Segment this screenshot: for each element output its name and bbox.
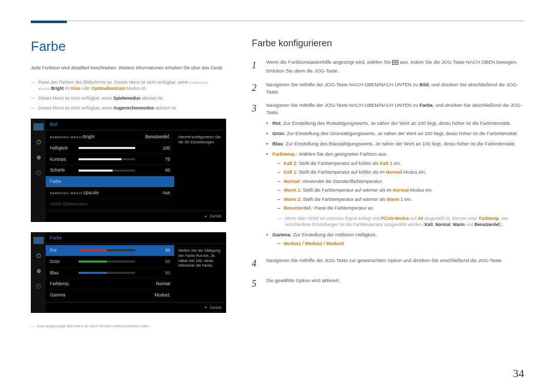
step-5: 5 Die gewählte Option wird aktiviert. [252, 277, 524, 291]
osd-screenshot-farbe: ⬡ ⚙ ⓘ Farbe Rot50Grün50Blau50Farbtemp.No… [31, 232, 226, 313]
hdmi-note: ― Wenn über HDMI ein externes Signal anl… [278, 215, 524, 229]
dash-icon: ― [31, 105, 35, 111]
step-1: 1 Wenn die Funktionstastenhilfe angezeig… [252, 59, 524, 75]
dash-icon: ― [31, 95, 35, 102]
note-item: ― Dieses Menü ist nicht verfügbar, wenn … [31, 95, 226, 102]
gear-icon: ⚙ [33, 154, 44, 161]
osd-row: Farbe [46, 176, 174, 188]
osd-row: Rot50 [46, 245, 174, 256]
back-label: Zurück [210, 213, 221, 219]
note-text: Dieses Menü ist nicht verfügbar, wenn Au… [39, 105, 177, 111]
hex-icon: ⬡ [33, 139, 44, 146]
intro-text: Jede Funktion wird detailliert beschrieb… [31, 65, 226, 72]
step-text: Navigieren Sie mithilfe der JOG-Taste NA… [266, 81, 524, 96]
osd-row: HDMI-Schwarzwert [46, 199, 174, 210]
step-number: 4 [252, 257, 260, 271]
step-text: Navigieren Sie mithilfe der JOG-Taste NA… [266, 102, 524, 251]
info-icon: ⓘ [33, 170, 44, 177]
footnote: ―Das angezeigte Bild kann je nach Modell… [31, 323, 226, 329]
step-number: 5 [252, 277, 260, 291]
step-number: 3 [252, 102, 260, 251]
monitor-icon [33, 237, 44, 244]
osd-sidebar: ⬡ ⚙ ⓘ [31, 233, 46, 313]
note-text: Dieses Menü ist nicht verfügbar, wenn Sp… [39, 95, 164, 102]
gear-icon: ⚙ [33, 268, 44, 275]
osd-screenshot-bild: ⬡ ⚙ ⓘ Bild SAMSUNG MAGICBrightBenutzerde… [31, 119, 226, 222]
left-column: Farbe Jede Funktion wird detailliert bes… [31, 36, 226, 329]
dash-icon: ― [31, 79, 35, 92]
left-arrow-icon: ◂ [205, 305, 207, 310]
osd-row: GammaModus1 [46, 290, 174, 301]
osd-footer: ◂ Zurück [46, 302, 226, 312]
right-column: Farbe konfigurieren 1 Wenn die Funktions… [252, 36, 524, 329]
osd-help-text: Hiermit konfigurieren Sie die 3D-Einstel… [174, 130, 226, 211]
osd-row: Schärfe60 [46, 165, 174, 176]
step-2: 2 Navigieren Sie mithilfe der JOG-Taste … [252, 81, 524, 96]
left-arrow-icon: ◂ [205, 214, 207, 219]
osd-rows: Rot50Grün50Blau50Farbtemp.NormalGammaMod… [46, 244, 174, 302]
osd-help-text: Stellen Sie die Sättigung der Farbe Rot … [174, 244, 226, 302]
note-item: ― Passt den Farbton des Bildschirms an. … [31, 79, 226, 92]
note-text: Passt den Farbton des Bildschirms an. Di… [39, 79, 227, 92]
menu-icon [392, 60, 398, 65]
step-text: Wenn die Funktionstastenhilfe angezeigt … [266, 59, 524, 75]
osd-row: SAMSUNG MAGICBrightBenutzerdef. [46, 132, 174, 143]
osd-category: Farbe [50, 235, 62, 240]
osd-category: Bild [50, 122, 58, 127]
osd-footer: ◂ Zurück [46, 211, 226, 221]
monitor-icon [33, 123, 44, 130]
step-3: 3 Navigieren Sie mithilfe der JOG-Taste … [252, 102, 524, 251]
notes-list: ― Passt den Farbton des Bildschirms an. … [31, 79, 226, 111]
osd-row: Blau50 [46, 268, 174, 279]
step-number: 2 [252, 81, 260, 96]
osd-row: Farbtemp.Normal [46, 278, 174, 290]
info-icon: ⓘ [33, 283, 44, 290]
section-title: Farbe konfigurieren [252, 36, 524, 50]
note-item: ― Dieses Menü ist nicht verfügbar, wenn … [31, 105, 226, 111]
page-title: Farbe [31, 36, 226, 57]
back-label: Zurück [210, 305, 221, 310]
osd-sidebar: ⬡ ⚙ ⓘ [31, 119, 46, 221]
step-text: Die gewählte Option wird aktiviert. [266, 277, 524, 291]
step-text: Navigieren Sie mithilfe der JOG-Taste zu… [266, 257, 524, 271]
osd-row: Kontrast75 [46, 154, 174, 165]
osd-row: Grün50 [46, 256, 174, 268]
osd-rows: SAMSUNG MAGICBrightBenutzerdef.Helligkei… [46, 130, 174, 211]
osd-row: SAMSUNG MAGICUpscaleAus [46, 188, 174, 199]
hex-icon: ⬡ [33, 252, 44, 259]
page-top-rule [31, 21, 524, 21]
step-number: 1 [252, 59, 260, 75]
step-4: 4 Navigieren Sie mithilfe der JOG-Taste … [252, 257, 524, 271]
osd-row: Helligkeit100 [46, 143, 174, 154]
